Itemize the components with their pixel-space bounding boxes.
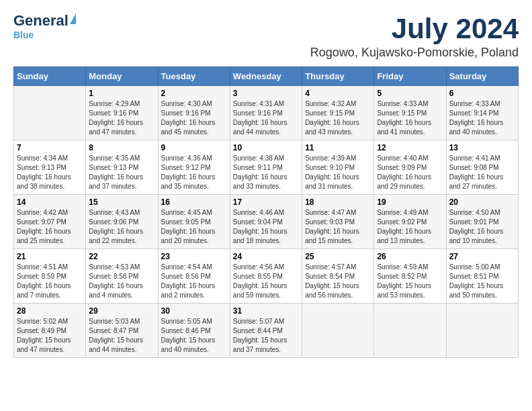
table-row: 31 Sunrise: 5:07 AMSunset: 8:44 PMDaylig… xyxy=(230,304,302,358)
day-info: Sunrise: 4:57 AMSunset: 8:54 PMDaylight:… xyxy=(305,263,371,300)
day-info: Sunrise: 4:41 AMSunset: 9:08 PMDaylight:… xyxy=(449,154,515,191)
day-number: 20 xyxy=(449,197,515,207)
day-info: Sunrise: 4:33 AMSunset: 9:14 PMDaylight:… xyxy=(449,99,515,137)
table-row xyxy=(302,304,374,358)
day-info: Sunrise: 5:03 AMSunset: 8:47 PMDaylight:… xyxy=(89,317,154,355)
table-row: 28 Sunrise: 5:02 AMSunset: 8:49 PMDaylig… xyxy=(14,304,86,358)
day-info: Sunrise: 4:42 AMSunset: 9:07 PMDaylight:… xyxy=(17,208,83,246)
day-number: 14 xyxy=(17,197,83,207)
table-row: 5 Sunrise: 4:33 AMSunset: 9:15 PMDayligh… xyxy=(374,86,446,140)
day-info: Sunrise: 4:38 AMSunset: 9:11 PMDaylight:… xyxy=(233,154,299,191)
table-row: 13 Sunrise: 4:41 AMSunset: 9:08 PMDaylig… xyxy=(446,140,518,195)
page-header: General Blue July 2024 Rogowo, Kujawsko-… xyxy=(13,13,519,60)
location-title: Rogowo, Kujawsko-Pomorskie, Poland xyxy=(310,46,519,60)
table-row: 16 Sunrise: 4:45 AMSunset: 9:05 PMDaylig… xyxy=(158,195,230,249)
header-tuesday: Tuesday xyxy=(158,67,230,86)
table-row xyxy=(374,304,446,358)
day-number: 8 xyxy=(89,143,154,152)
table-row: 7 Sunrise: 4:34 AMSunset: 9:13 PMDayligh… xyxy=(14,140,86,195)
day-info: Sunrise: 4:30 AMSunset: 9:16 PMDaylight:… xyxy=(161,99,227,137)
calendar-header-row: Sunday Monday Tuesday Wednesday Thursday… xyxy=(14,67,519,86)
day-info: Sunrise: 4:35 AMSunset: 9:13 PMDaylight:… xyxy=(89,154,154,191)
day-number: 18 xyxy=(305,197,371,207)
day-number: 19 xyxy=(377,197,443,207)
table-row: 14 Sunrise: 4:42 AMSunset: 9:07 PMDaylig… xyxy=(14,195,86,249)
day-info: Sunrise: 4:29 AMSunset: 9:16 PMDaylight:… xyxy=(89,99,154,137)
day-info: Sunrise: 4:56 AMSunset: 8:55 PMDaylight:… xyxy=(233,263,299,300)
day-info: Sunrise: 4:31 AMSunset: 9:16 PMDaylight:… xyxy=(233,99,299,137)
day-info: Sunrise: 5:05 AMSunset: 8:46 PMDaylight:… xyxy=(161,317,227,355)
day-info: Sunrise: 5:02 AMSunset: 8:49 PMDaylight:… xyxy=(17,317,83,355)
logo: General Blue xyxy=(13,13,76,40)
day-number: 10 xyxy=(233,143,299,152)
logo-blue: Blue xyxy=(13,30,34,40)
day-number: 12 xyxy=(377,143,443,152)
day-number: 3 xyxy=(233,89,299,98)
day-info: Sunrise: 4:32 AMSunset: 9:15 PMDaylight:… xyxy=(305,99,371,137)
calendar-week-row: 1 Sunrise: 4:29 AMSunset: 9:16 PMDayligh… xyxy=(14,86,519,140)
month-title: July 2024 xyxy=(310,13,519,44)
table-row: 29 Sunrise: 5:03 AMSunset: 8:47 PMDaylig… xyxy=(86,304,158,358)
table-row: 12 Sunrise: 4:40 AMSunset: 9:09 PMDaylig… xyxy=(374,140,446,195)
day-number: 9 xyxy=(161,143,227,152)
calendar-week-row: 21 Sunrise: 4:51 AMSunset: 8:59 PMDaylig… xyxy=(14,249,519,304)
table-row: 17 Sunrise: 4:46 AMSunset: 9:04 PMDaylig… xyxy=(230,195,302,249)
table-row: 8 Sunrise: 4:35 AMSunset: 9:13 PMDayligh… xyxy=(86,140,158,195)
day-number: 1 xyxy=(89,89,154,98)
day-info: Sunrise: 4:50 AMSunset: 9:01 PMDaylight:… xyxy=(449,208,515,246)
day-number: 29 xyxy=(89,306,154,316)
table-row: 4 Sunrise: 4:32 AMSunset: 9:15 PMDayligh… xyxy=(302,86,374,140)
day-info: Sunrise: 4:39 AMSunset: 9:10 PMDaylight:… xyxy=(305,154,371,191)
day-number: 13 xyxy=(449,143,515,152)
table-row: 19 Sunrise: 4:49 AMSunset: 9:02 PMDaylig… xyxy=(374,195,446,249)
table-row: 20 Sunrise: 4:50 AMSunset: 9:01 PMDaylig… xyxy=(446,195,518,249)
table-row: 9 Sunrise: 4:36 AMSunset: 9:12 PMDayligh… xyxy=(158,140,230,195)
table-row: 27 Sunrise: 5:00 AMSunset: 8:51 PMDaylig… xyxy=(446,249,518,304)
table-row: 25 Sunrise: 4:57 AMSunset: 8:54 PMDaylig… xyxy=(302,249,374,304)
header-sunday: Sunday xyxy=(14,67,86,86)
day-number: 2 xyxy=(161,89,227,98)
day-info: Sunrise: 4:59 AMSunset: 8:52 PMDaylight:… xyxy=(377,263,443,300)
day-info: Sunrise: 4:46 AMSunset: 9:04 PMDaylight:… xyxy=(233,208,299,246)
day-number: 15 xyxy=(89,197,154,207)
logo-general: General xyxy=(13,13,69,28)
day-number: 21 xyxy=(17,252,83,261)
header-wednesday: Wednesday xyxy=(230,67,302,86)
day-number: 4 xyxy=(305,89,371,98)
day-number: 6 xyxy=(449,89,515,98)
table-row: 21 Sunrise: 4:51 AMSunset: 8:59 PMDaylig… xyxy=(14,249,86,304)
calendar-week-row: 14 Sunrise: 4:42 AMSunset: 9:07 PMDaylig… xyxy=(14,195,519,249)
day-info: Sunrise: 4:36 AMSunset: 9:12 PMDaylight:… xyxy=(161,154,227,191)
day-info: Sunrise: 5:00 AMSunset: 8:51 PMDaylight:… xyxy=(449,263,515,300)
header-monday: Monday xyxy=(86,67,158,86)
day-info: Sunrise: 4:54 AMSunset: 8:56 PMDaylight:… xyxy=(161,263,227,300)
day-number: 27 xyxy=(449,252,515,261)
table-row: 26 Sunrise: 4:59 AMSunset: 8:52 PMDaylig… xyxy=(374,249,446,304)
day-number: 11 xyxy=(305,143,371,152)
day-number: 23 xyxy=(161,252,227,261)
table-row: 6 Sunrise: 4:33 AMSunset: 9:14 PMDayligh… xyxy=(446,86,518,140)
table-row: 22 Sunrise: 4:53 AMSunset: 8:58 PMDaylig… xyxy=(86,249,158,304)
header-friday: Friday xyxy=(374,67,446,86)
table-row: 24 Sunrise: 4:56 AMSunset: 8:55 PMDaylig… xyxy=(230,249,302,304)
day-number: 25 xyxy=(305,252,371,261)
day-number: 22 xyxy=(89,252,154,261)
day-info: Sunrise: 4:40 AMSunset: 9:09 PMDaylight:… xyxy=(377,154,443,191)
day-number: 5 xyxy=(377,89,443,98)
day-number: 24 xyxy=(233,252,299,261)
table-row: 1 Sunrise: 4:29 AMSunset: 9:16 PMDayligh… xyxy=(86,86,158,140)
day-number: 7 xyxy=(17,143,83,152)
day-number: 26 xyxy=(377,252,443,261)
day-info: Sunrise: 4:49 AMSunset: 9:02 PMDaylight:… xyxy=(377,208,443,246)
table-row: 11 Sunrise: 4:39 AMSunset: 9:10 PMDaylig… xyxy=(302,140,374,195)
table-row: 15 Sunrise: 4:43 AMSunset: 9:06 PMDaylig… xyxy=(86,195,158,249)
table-row: 18 Sunrise: 4:47 AMSunset: 9:03 PMDaylig… xyxy=(302,195,374,249)
day-info: Sunrise: 4:33 AMSunset: 9:15 PMDaylight:… xyxy=(377,99,443,137)
table-row: 23 Sunrise: 4:54 AMSunset: 8:56 PMDaylig… xyxy=(158,249,230,304)
day-info: Sunrise: 4:51 AMSunset: 8:59 PMDaylight:… xyxy=(17,263,83,300)
day-number: 31 xyxy=(233,306,299,316)
table-row: 2 Sunrise: 4:30 AMSunset: 9:16 PMDayligh… xyxy=(158,86,230,140)
day-number: 28 xyxy=(17,306,83,316)
table-row xyxy=(446,304,518,358)
table-row: 30 Sunrise: 5:05 AMSunset: 8:46 PMDaylig… xyxy=(158,304,230,358)
